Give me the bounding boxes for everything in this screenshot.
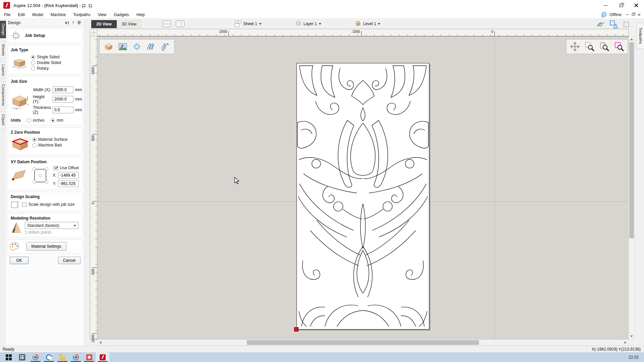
zoom-selection-icon[interactable]: [614, 42, 624, 52]
collapse-panel-icon[interactable]: [64, 20, 70, 25]
datum-top-right[interactable]: [45, 167, 48, 171]
input-thickness-z[interactable]: [53, 107, 73, 113]
menu-model[interactable]: Model: [29, 11, 47, 18]
scale-design-row[interactable]: Scale design with job size: [22, 202, 74, 207]
main-area: DesignSheetsLayersComponentsClipart Desi…: [0, 19, 644, 346]
radio-rotary[interactable]: Rotary: [31, 66, 79, 71]
toolpath-arrows-icon[interactable]: [160, 42, 170, 52]
menu-machine[interactable]: Machine: [47, 11, 69, 18]
material-boundary[interactable]: [297, 63, 429, 329]
sidebar-tab-layers[interactable]: Layers: [0, 62, 6, 79]
split-vertical-icon[interactable]: [176, 20, 184, 27]
tab-3d-view[interactable]: 3D View: [117, 20, 142, 28]
datum-center[interactable]: [39, 174, 42, 177]
menu-view[interactable]: View: [94, 11, 110, 18]
scale-design-checkbox[interactable]: [22, 202, 26, 207]
sidebar-tab-sheets[interactable]: Sheets: [0, 41, 6, 59]
datum-bottom-left[interactable]: [33, 180, 36, 184]
radio-mm[interactable]: mm: [51, 118, 63, 123]
x-offset-input[interactable]: [58, 172, 79, 179]
taskbar-chrome[interactable]: [29, 352, 42, 362]
taskbar-explorer[interactable]: [56, 352, 69, 362]
radio-material-surface[interactable]: Material Surface: [32, 137, 79, 142]
taskbar-sync[interactable]: [42, 352, 56, 362]
taskbar-chrome-2[interactable]: [69, 352, 83, 362]
modeling-resolution-select[interactable]: Standard (fastest): [25, 222, 78, 229]
datum-bottom-right[interactable]: [45, 180, 48, 184]
zoom-drawing-icon[interactable]: [599, 42, 609, 52]
ruler-label: -1000: [344, 30, 360, 34]
ruler-label: -1000: [91, 335, 95, 343]
close-button[interactable]: [629, 0, 644, 11]
menu-items: FileEditModelMachineToolpathsViewGadgets…: [0, 11, 148, 18]
taskbar-aspire[interactable]: [96, 352, 109, 362]
y-offset-input[interactable]: [58, 180, 79, 187]
scroll-down-arrow[interactable]: [629, 334, 634, 339]
doc-restore-icon[interactable]: [632, 13, 634, 16]
sidebar-tab-design[interactable]: Design: [0, 21, 6, 38]
design-scaling-section: Design Scaling Scale design with job siz…: [8, 192, 83, 211]
doc-minimize-icon[interactable]: [626, 14, 629, 15]
scroll-right-arrow[interactable]: [623, 340, 628, 345]
scroll-left-arrow[interactable]: [98, 340, 103, 345]
menu-gadgets[interactable]: Gadgets: [110, 11, 132, 18]
sidebar-tab-components[interactable]: Components: [0, 81, 6, 109]
datum-position-diagram[interactable]: [32, 167, 48, 184]
drawing-canvas[interactable]: [97, 36, 629, 340]
radio-label: Rotary: [37, 66, 49, 71]
menu-toolpaths[interactable]: Toolpaths: [70, 11, 94, 18]
restore-button[interactable]: [613, 0, 629, 11]
minimize-button[interactable]: [598, 0, 613, 11]
taskbar-reader[interactable]: [83, 352, 96, 362]
input-height-y[interactable]: [53, 96, 73, 103]
pin-icon[interactable]: [76, 20, 82, 25]
radio-inches[interactable]: inches: [27, 118, 45, 123]
use-offset-row[interactable]: Use Offset: [54, 166, 79, 170]
input-width-x[interactable]: [53, 86, 73, 93]
xy-datum-marker[interactable]: [294, 327, 299, 331]
node-edit-icon[interactable]: [596, 20, 605, 29]
tab-2d-view[interactable]: 2D View: [91, 20, 117, 28]
menu-help[interactable]: Help: [133, 11, 148, 18]
z-zero-icon: [11, 136, 30, 152]
zoom-box-icon[interactable]: [585, 42, 595, 52]
cancel-button[interactable]: Cancel: [58, 257, 80, 264]
pan-icon[interactable]: [570, 42, 580, 52]
ok-button[interactable]: OK: [10, 257, 29, 264]
help-icon[interactable]: ?: [70, 20, 76, 25]
radio-double-sided[interactable]: Double Sided: [31, 60, 79, 65]
scroll-up-arrow[interactable]: [629, 37, 634, 42]
material-settings-button[interactable]: Material Settings: [26, 242, 66, 251]
task-view-icon: [19, 354, 25, 360]
toolpaths-tab[interactable]: Toolpaths: [637, 23, 644, 49]
vertical-scrollbar[interactable]: [629, 36, 635, 340]
grid-snap-icon[interactable]: [622, 20, 631, 29]
taskbar-task-view[interactable]: [15, 352, 29, 362]
doc-close-icon[interactable]: [638, 13, 641, 16]
menu-file[interactable]: File: [1, 11, 14, 18]
horizontal-scroll-thumb[interactable]: [247, 340, 479, 345]
sheet-dropdown[interactable]: Sheet 1: [235, 20, 261, 27]
toolpath-lines-icon[interactable]: [146, 42, 156, 52]
draw-shape-icon[interactable]: [609, 20, 618, 29]
radio-dot: [31, 66, 35, 71]
use-offset-checkbox[interactable]: [54, 166, 58, 170]
snap-circle-icon[interactable]: [132, 42, 142, 52]
radio-machine-bed[interactable]: Machine Bed: [32, 143, 79, 147]
horizontal-scrollbar[interactable]: [97, 340, 629, 346]
sidebar-tab-clipart[interactable]: Clipart: [0, 112, 6, 128]
level-dropdown[interactable]: Level 1: [355, 20, 381, 27]
xy-datum-label: XY Datum Position: [11, 160, 79, 164]
menu-edit[interactable]: Edit: [14, 11, 28, 18]
radio-single-sided[interactable]: Single Sided: [31, 55, 79, 59]
radio-dot: [32, 137, 37, 142]
split-horizontal-icon[interactable]: [162, 20, 171, 27]
layer-dropdown[interactable]: Layer 1: [295, 20, 321, 27]
taskbar-start[interactable]: [2, 352, 15, 362]
window-title: Aspire 12.504 - {Rick Kuykendall} - [2. …: [13, 3, 92, 8]
vertical-scroll-thumb[interactable]: [629, 42, 634, 238]
material-block-icon[interactable]: [104, 42, 114, 52]
offline-status: Offline: [609, 12, 622, 17]
datum-top-left[interactable]: [33, 167, 36, 171]
import-image-icon[interactable]: [118, 42, 128, 52]
